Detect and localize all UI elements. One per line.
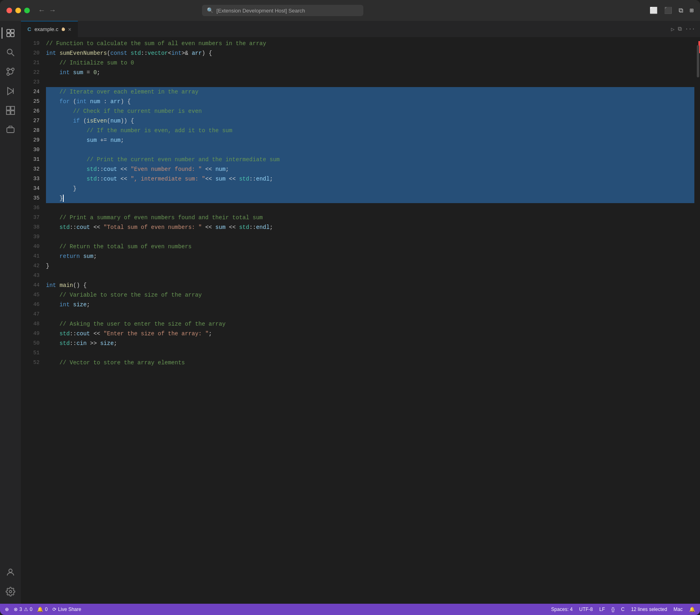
selection-status[interactable]: 12 lines selected [631, 607, 667, 612]
scrollbar-thumb[interactable] [697, 45, 699, 77]
code-line-46: int size; [46, 300, 694, 310]
code-line-25: for (int num : arr) { [46, 97, 694, 106]
code-line-52: // Vector to store the array elements [46, 358, 694, 368]
svg-rect-11 [6, 106, 10, 110]
code-line-49: std::cout << "Enter the size of the arra… [46, 329, 694, 339]
activity-extensions[interactable] [2, 102, 19, 119]
close-button[interactable] [6, 8, 12, 13]
search-icon: 🔍 [207, 7, 213, 14]
notification-status[interactable]: 🔔 0 [37, 607, 48, 612]
line-numbers: 19 20 21 22 23 24 25 26 27 28 29 30 31 3… [21, 37, 44, 604]
platform-status[interactable]: Mac [673, 607, 683, 612]
activity-search[interactable] [2, 44, 19, 61]
code-line-30 [46, 145, 694, 155]
code-line-34: } [46, 184, 694, 193]
titlebar-right: ⬜ ⬛ ⧉ ⊞ [650, 6, 694, 15]
brackets-icon-status[interactable]: {} [611, 607, 615, 612]
remote-status[interactable]: ⊕ [5, 607, 9, 612]
svg-rect-3 [11, 33, 14, 37]
svg-rect-14 [11, 111, 15, 114]
line-ending-label: LF [599, 607, 605, 612]
svg-point-20 [9, 590, 12, 593]
svg-rect-0 [7, 29, 10, 33]
svg-rect-1 [11, 29, 14, 33]
code-line-24: // Iterate over each element in the arra… [46, 87, 694, 97]
forward-button[interactable]: → [49, 5, 56, 16]
notification-count: 0 [45, 607, 48, 612]
code-line-20: int sumEvenNumbers(const std::vector<int… [46, 48, 694, 58]
scrollbar[interactable] [694, 37, 700, 604]
activity-source-control[interactable] [2, 63, 19, 81]
code-line-29: sum += num; [46, 135, 694, 145]
spaces-status[interactable]: Spaces: 4 [551, 607, 573, 612]
code-line-31: // Print the current even number and the… [46, 155, 694, 164]
layout-icon-4[interactable]: ⊞ [690, 6, 694, 15]
split-editor-icon[interactable]: ⧉ [678, 26, 682, 32]
language-status[interactable]: C [621, 607, 625, 612]
warning-count: 0 [30, 607, 33, 612]
encoding-label: UTF-8 [579, 607, 593, 612]
code-line-28: // If the number is even, add it to the … [46, 126, 694, 135]
error-status[interactable]: ⊗ 3 ⚠ 0 [14, 607, 32, 612]
code-line-35: } [46, 193, 694, 203]
back-button[interactable]: ← [38, 5, 46, 16]
code-editor[interactable]: 19 20 21 22 23 24 25 26 27 28 29 30 31 3… [21, 37, 700, 604]
remote-icon: ⊕ [5, 607, 9, 612]
live-share-icon: ⟳ [52, 607, 56, 612]
status-right: Spaces: 4 UTF-8 LF {} C 12 lines selecte… [551, 607, 695, 612]
encoding-status[interactable]: UTF-8 [579, 607, 593, 612]
code-line-39 [46, 232, 694, 242]
code-line-42: } [46, 261, 694, 271]
svg-point-8 [7, 73, 9, 75]
search-bar[interactable]: 🔍 [Extension Development Host] Search [202, 5, 363, 16]
code-line-41: return sum; [46, 251, 694, 261]
activity-account[interactable] [2, 563, 19, 581]
layout-icon-2[interactable]: ⬛ [664, 6, 672, 15]
svg-point-6 [7, 68, 9, 71]
activity-run[interactable] [2, 82, 19, 100]
more-actions-icon[interactable]: ··· [685, 26, 695, 32]
code-line-38: std::cout << "Total sum of even numbers:… [46, 222, 694, 232]
activity-settings[interactable] [2, 583, 19, 600]
titlebar: ← → 🔍 [Extension Development Host] Searc… [0, 0, 700, 21]
search-placeholder: [Extension Development Host] Search [217, 8, 305, 14]
spaces-label: Spaces: 4 [551, 607, 573, 612]
code-line-22: int sum = 0; [46, 68, 694, 77]
activity-explorer[interactable] [2, 24, 19, 42]
run-icon[interactable]: ▷ [671, 26, 674, 33]
minimize-button[interactable] [15, 8, 21, 13]
editor-tab[interactable]: C example.c 3 × [21, 21, 78, 37]
line-ending-status[interactable]: LF [599, 607, 605, 612]
code-line-21: // Initialize sum to 0 [46, 58, 694, 68]
tab-actions: ▷ ⧉ ··· [666, 21, 700, 37]
live-share-label: Live Share [58, 607, 81, 612]
main-content: C example.c 3 × ▷ ⧉ ··· 19 20 21 22 [0, 21, 700, 604]
code-line-27: if (isEven(num)) { [46, 116, 694, 126]
code-line-47 [46, 310, 694, 319]
activity-remote[interactable] [2, 121, 19, 139]
code-line-37: // Print a summary of even numbers found… [46, 213, 694, 222]
error-count: 3 [19, 607, 22, 612]
svg-rect-12 [11, 106, 15, 110]
code-line-26: // Check if the current number is even [46, 106, 694, 116]
live-share-status[interactable]: ⟳ Live Share [52, 607, 81, 612]
language-icon: C [27, 26, 31, 32]
code-line-48: // Asking the user to enter the size of … [46, 319, 694, 329]
tab-bar: C example.c 3 × ▷ ⧉ ··· [21, 21, 700, 37]
bell-icon: 🔔 [689, 607, 695, 612]
bell-status[interactable]: 🔔 [689, 607, 695, 612]
vscode-window: ← → 🔍 [Extension Development Host] Searc… [0, 0, 700, 615]
layout-icon-3[interactable]: ⧉ [679, 7, 683, 15]
code-line-43 [46, 271, 694, 280]
svg-rect-15 [7, 128, 14, 133]
selection-label: 12 lines selected [631, 607, 667, 612]
svg-point-19 [9, 569, 12, 572]
layout-icon-1[interactable]: ⬜ [650, 6, 658, 15]
code-line-36 [46, 203, 694, 213]
svg-point-7 [12, 68, 14, 71]
tab-filename: example.c [34, 26, 58, 32]
tab-close-button[interactable]: × [68, 26, 71, 33]
svg-rect-13 [6, 111, 10, 114]
maximize-button[interactable] [24, 8, 30, 13]
status-left: ⊕ ⊗ 3 ⚠ 0 🔔 0 ⟳ Live Share [5, 607, 81, 612]
